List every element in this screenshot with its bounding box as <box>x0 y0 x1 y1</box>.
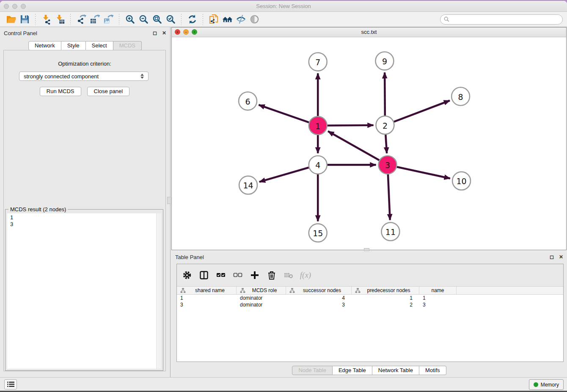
run-mcds-button[interactable]: Run MCDS <box>40 87 81 96</box>
memory-button[interactable]: Memory <box>529 379 564 390</box>
network-close-icon[interactable]: × <box>175 29 180 35</box>
cell[interactable]: 1 <box>177 295 237 301</box>
tab-edge-table[interactable]: Edge Table <box>333 366 372 375</box>
result-scrollbar[interactable] <box>156 213 161 369</box>
edge-2-3[interactable] <box>385 135 387 153</box>
cell[interactable]: 1 <box>352 295 419 301</box>
control-panel-header: Control Panel ◻ ✕ <box>0 27 170 39</box>
add-icon[interactable] <box>249 270 260 281</box>
float-table-panel-icon[interactable]: ◻ <box>550 254 554 260</box>
tab-style[interactable]: Style <box>61 41 86 50</box>
cell[interactable]: 3 <box>177 302 237 308</box>
network-canvas[interactable]: 7968124314101511 <box>172 37 566 250</box>
node-14[interactable]: 14 <box>239 176 257 194</box>
cell[interactable]: 2 <box>352 302 419 308</box>
node-9[interactable]: 9 <box>375 52 394 70</box>
toolbar-buttons <box>4 13 261 26</box>
tab-motifs[interactable]: Motifs <box>419 366 446 375</box>
edge-2-9[interactable] <box>385 72 385 116</box>
node-7[interactable]: 7 <box>309 52 327 71</box>
tab-node-table[interactable]: Node Table <box>292 366 333 375</box>
node-table: f(x) shared nameMCDS rolesuccessor nodes… <box>176 264 564 362</box>
criterion-select[interactable]: strongly connected component <box>19 72 149 81</box>
tab-select[interactable]: Select <box>86 41 113 50</box>
node-8[interactable]: 8 <box>451 87 470 105</box>
vertical-splitter-handle[interactable] <box>167 197 171 204</box>
table-row[interactable]: 1dominator411 <box>177 295 563 301</box>
edge-3-10[interactable] <box>397 167 450 178</box>
network-minimize-icon[interactable]: − <box>183 29 189 35</box>
export-table-icon[interactable] <box>88 13 102 26</box>
node-15[interactable]: 15 <box>309 224 327 242</box>
cell[interactable]: dominator <box>237 302 286 308</box>
edge-4-14[interactable] <box>259 168 309 182</box>
deselect-all-icon[interactable] <box>232 270 243 281</box>
select-stepper-icon <box>140 74 144 79</box>
import-network-icon[interactable] <box>39 13 53 26</box>
cell[interactable]: 1 <box>419 295 457 301</box>
level-of-detail-icon[interactable] <box>248 13 261 26</box>
export-network-icon[interactable] <box>74 13 88 26</box>
search-icon <box>444 17 449 22</box>
edge-2-8[interactable] <box>394 101 450 122</box>
column-header-successor-nodes[interactable]: successor nodes <box>286 287 352 294</box>
column-header-name[interactable]: name <box>419 287 457 294</box>
cell[interactable]: 4 <box>286 295 352 301</box>
node-2[interactable]: 2 <box>376 116 394 134</box>
svg-text:11: 11 <box>385 227 396 237</box>
save-session-icon[interactable] <box>18 13 31 26</box>
search-box <box>440 14 563 25</box>
export-image-icon[interactable] <box>102 13 115 26</box>
tab-mcds[interactable]: MCDS <box>113 41 142 50</box>
table-row[interactable]: 3dominator323 <box>177 301 563 308</box>
zoom-out-icon[interactable] <box>137 13 150 26</box>
settings-icon[interactable] <box>182 270 193 281</box>
close-table-panel-icon[interactable]: ✕ <box>559 254 563 260</box>
columns-icon[interactable] <box>198 270 209 281</box>
node-4[interactable]: 4 <box>309 156 327 174</box>
cell[interactable]: 3 <box>419 302 457 308</box>
edge-1-6[interactable] <box>259 105 309 122</box>
edge-3-11[interactable] <box>388 174 390 220</box>
column-header-shared-name[interactable]: shared name <box>177 287 237 294</box>
column-edit-icon <box>289 288 295 293</box>
network-from-file-icon[interactable] <box>207 13 220 26</box>
search-input[interactable] <box>451 16 559 23</box>
zoom-selected-icon[interactable] <box>164 13 177 26</box>
import-table-icon[interactable] <box>53 13 66 26</box>
task-history-button[interactable] <box>4 379 17 389</box>
close-panel-icon[interactable]: ✕ <box>162 30 166 36</box>
tab-network[interactable]: Network <box>28 41 61 50</box>
zoom-in-icon[interactable] <box>123 13 137 26</box>
horizontal-splitter-handle[interactable] <box>364 248 369 251</box>
zoom-fit-icon[interactable] <box>150 13 164 26</box>
svg-text:15: 15 <box>313 229 323 238</box>
hide-graphics-icon[interactable] <box>234 13 248 26</box>
svg-text:6: 6 <box>245 97 250 106</box>
home-icon[interactable] <box>220 13 234 26</box>
network-graph[interactable]: 7968124314101511 <box>172 37 566 250</box>
float-panel-icon[interactable]: ◻ <box>153 30 157 36</box>
column-header-mcds-role[interactable]: MCDS role <box>237 287 286 294</box>
edge-1-2[interactable] <box>328 125 374 126</box>
open-session-icon[interactable] <box>4 13 18 26</box>
delete-icon[interactable] <box>266 270 277 281</box>
table-panel-title: Table Panel <box>175 254 204 260</box>
cell[interactable]: dominator <box>237 295 286 301</box>
node-3[interactable]: 3 <box>378 156 396 174</box>
node-1[interactable]: 1 <box>309 116 327 135</box>
table-panel: Table Panel ◻ ✕ f(x) shared nameMCDS rol… <box>171 251 567 377</box>
select-all-icon[interactable] <box>215 270 226 281</box>
close-panel-button[interactable]: Close panel <box>87 87 130 96</box>
mcds-result-list[interactable]: 1 3 <box>7 213 161 369</box>
edge-3-1[interactable] <box>328 131 379 160</box>
tab-network-table[interactable]: Network Table <box>372 366 419 375</box>
network-maximize-icon[interactable]: + <box>192 29 197 35</box>
column-header-predecessor-nodes[interactable]: predecessor nodes <box>352 287 419 294</box>
node-11[interactable]: 11 <box>381 223 399 241</box>
refresh-icon[interactable] <box>185 13 199 26</box>
toolbar-separator <box>181 14 182 25</box>
cell[interactable]: 3 <box>286 302 352 308</box>
node-10[interactable]: 10 <box>452 172 471 190</box>
node-6[interactable]: 6 <box>239 92 257 110</box>
